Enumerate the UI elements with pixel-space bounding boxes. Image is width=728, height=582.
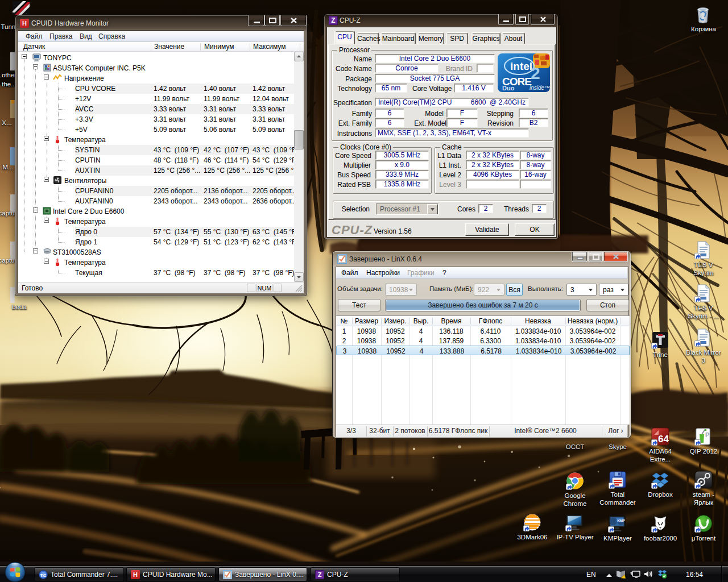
svg-text:Duo: Duo bbox=[502, 85, 515, 92]
svg-text:inside™: inside™ bbox=[530, 85, 550, 91]
svg-text:64: 64 bbox=[658, 434, 669, 444]
svg-text:KMP: KMP bbox=[617, 518, 625, 522]
svg-text:TC: TC bbox=[40, 573, 47, 578]
svg-text:P: P bbox=[705, 431, 709, 438]
svg-text:intel: intel bbox=[510, 60, 532, 72]
svg-text:2: 2 bbox=[531, 64, 540, 82]
